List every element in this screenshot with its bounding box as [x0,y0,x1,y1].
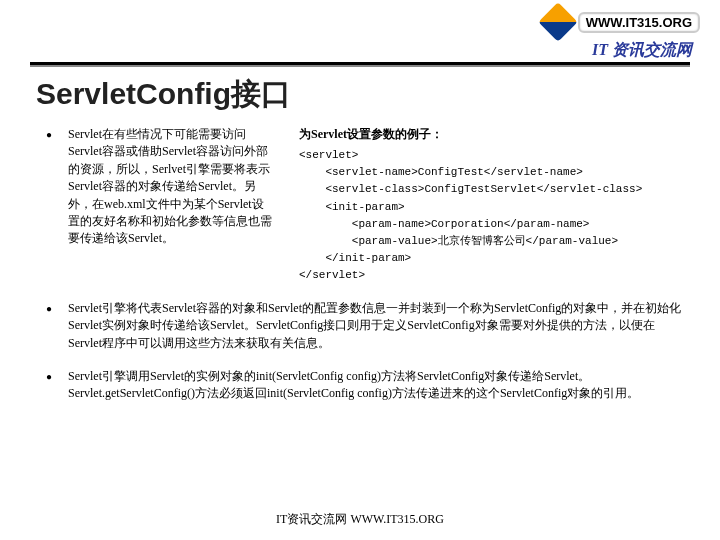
logo-icon [538,2,578,42]
bullet-2: Servlet引擎将代表Servlet容器的对象和Servlet的配置参数信息一… [46,300,686,352]
bullet-3: Servlet引擎调用Servlet的实例对象的init(ServletConf… [46,368,686,403]
divider [30,62,690,65]
content: Servlet在有些情况下可能需要访问Servlet容器或借助Servlet容器… [46,126,686,419]
intro-text: Servlet在有些情况下可能需要访问Servlet容器或借助Servlet容器… [68,126,273,284]
header-url: WWW.IT315.ORG [578,12,700,33]
example-title: 为Servlet设置参数的例子： [299,126,686,143]
bullet-1: Servlet在有些情况下可能需要访问Servlet容器或借助Servlet容器… [46,126,686,284]
footer: IT资讯交流网 WWW.IT315.ORG [0,511,720,528]
page-title: ServletConfig接口 [36,74,291,115]
header: WWW.IT315.ORG [544,8,700,36]
example-code: <servlet> <servlet-name>ConfigTest</serv… [299,147,686,283]
header-tagline: IT 资讯交流网 [592,40,692,61]
example-block: 为Servlet设置参数的例子： <servlet> <servlet-name… [299,126,686,284]
